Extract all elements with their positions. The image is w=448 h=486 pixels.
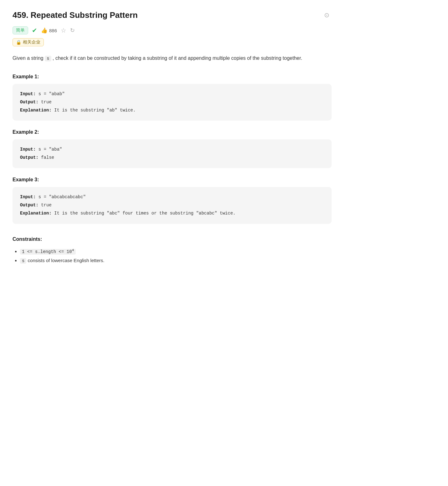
- ex1-explanation-value: It is the substring "ab" twice.: [54, 108, 135, 113]
- constraint-2: s consists of lowercase English letters.: [20, 256, 332, 265]
- description-text-before: Given a string: [13, 55, 43, 61]
- related-companies-tag[interactable]: 🔒 相关企业: [13, 38, 44, 46]
- example-1-code-block: Input: s = "abab" Output: true Explanati…: [13, 84, 332, 121]
- example-2-code-block: Input: s = "aba" Output: false: [13, 139, 332, 168]
- constraint-1-text: 1 <= s.length <= 10: [22, 249, 72, 254]
- solved-check-icon: ✔: [32, 27, 37, 34]
- ex3-explanation-value: It is the substring "abc" four times or …: [54, 211, 236, 216]
- star-icon[interactable]: ☆: [61, 27, 66, 34]
- description-text-after: , check if it can be constructed by taki…: [53, 55, 302, 61]
- example-3-title: Example 3:: [13, 177, 332, 183]
- example-2-section: Example 2: Input: s = "aba" Output: fals…: [13, 129, 332, 168]
- ex1-explanation-label: Explanation:: [20, 108, 52, 113]
- ex2-output-value: false: [41, 155, 54, 160]
- constraints-section: Constraints: 1 <= s.length <= 104 s cons…: [13, 236, 332, 265]
- constraint-1-code: 1 <= s.length <= 104: [20, 249, 76, 255]
- example-2-title: Example 2:: [13, 129, 332, 135]
- ex2-input-value: s = "aba": [38, 147, 62, 152]
- like-icon: 👍: [41, 27, 48, 34]
- refresh-icon[interactable]: ↻: [70, 27, 75, 34]
- tag-row: 🔒 相关企业: [13, 38, 332, 46]
- tag-label: 相关企业: [23, 39, 40, 45]
- likes-count: 886: [49, 28, 57, 33]
- ex1-input-value: s = "abab": [38, 91, 65, 96]
- ex3-output-label: Output:: [20, 203, 38, 208]
- example-1-section: Example 1: Input: s = "abab" Output: tru…: [13, 74, 332, 121]
- difficulty-badge: 简单: [13, 26, 28, 34]
- example-3-section: Example 3: Input: s = "abcabcabcabc" Out…: [13, 177, 332, 224]
- constraint-2-text: consists of lowercase English letters.: [28, 258, 104, 263]
- constraint-1: 1 <= s.length <= 104: [20, 247, 332, 256]
- more-options-icon[interactable]: ⊙: [322, 10, 332, 20]
- meta-row: 简单 ✔ 👍 886 ☆ ↻: [13, 26, 332, 34]
- example-3-code-block: Input: s = "abcabcabcabc" Output: true E…: [13, 187, 332, 224]
- ex1-output-label: Output:: [20, 100, 38, 105]
- problem-description: Given a string s , check if it can be co…: [13, 54, 332, 63]
- description-inline-s: s: [45, 56, 51, 61]
- ex2-output-label: Output:: [20, 155, 38, 160]
- example-1-title: Example 1:: [13, 74, 332, 80]
- ex2-input-label: Input:: [20, 147, 36, 152]
- constraint-2-inline-s: s: [20, 258, 26, 264]
- lock-icon: 🔒: [16, 40, 21, 45]
- ex3-input-value: s = "abcabcabcabc": [38, 194, 86, 199]
- ex3-input-label: Input:: [20, 194, 36, 199]
- constraints-list: 1 <= s.length <= 104 s consists of lower…: [13, 247, 332, 265]
- ex3-explanation-label: Explanation:: [20, 211, 52, 216]
- ex1-output-value: true: [41, 100, 52, 105]
- page-title: 459. Repeated Substring Pattern: [13, 10, 138, 20]
- ex1-input-label: Input:: [20, 91, 36, 96]
- header-row: 459. Repeated Substring Pattern ⊙: [13, 10, 332, 20]
- constraints-title: Constraints:: [13, 236, 332, 242]
- likes-row: 👍 886: [41, 27, 57, 34]
- constraint-1-sup: 4: [72, 248, 74, 252]
- ex3-output-value: true: [41, 203, 52, 208]
